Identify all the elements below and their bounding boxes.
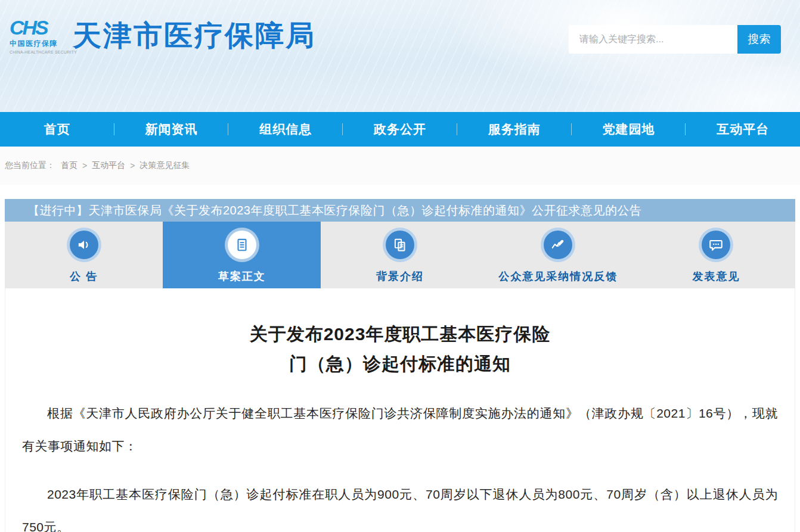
notice-section: 【进行中】天津市医保局《关于发布2023年度职工基本医疗保险门（急）诊起付标准的…: [5, 199, 795, 532]
tab-bar: 公 告 草案正文: [5, 222, 795, 288]
tab-label: 发表意见: [692, 269, 740, 284]
chs-logo: CHS 中国医疗保障 CHINA-HEALTHCARE SECURITY: [10, 17, 69, 54]
breadcrumb: 您当前位置： 首页 > 互动平台 > 决策意见征集: [0, 147, 800, 185]
article-title: 关于发布2023年度职工基本医疗保险 门（急）诊起付标准的通知: [22, 319, 778, 379]
search-input[interactable]: [569, 25, 737, 54]
breadcrumb-current: 决策意见征集: [139, 160, 190, 171]
speaker-icon: [67, 228, 101, 262]
site-title: 天津市医疗保障局: [73, 17, 316, 55]
breadcrumb-interaction[interactable]: 互动平台: [92, 160, 125, 171]
breadcrumb-home[interactable]: 首页: [61, 160, 77, 171]
breadcrumb-prefix: 您当前位置：: [5, 160, 55, 171]
tab-comment[interactable]: 发表意见: [637, 222, 795, 288]
nav-item-party-building[interactable]: 党建园地: [572, 112, 686, 147]
copy-icon: [383, 228, 417, 262]
nav-item-service-guide[interactable]: 服务指南: [457, 112, 572, 147]
article-title-line2: 门（急）诊起付标准的通知: [289, 354, 511, 374]
tab-feedback[interactable]: 公众意见采纳情况反馈: [479, 222, 637, 288]
tab-label: 背景介绍: [376, 269, 424, 284]
tab-label: 公众意见采纳情况反馈: [498, 269, 618, 284]
breadcrumb-separator: >: [82, 161, 87, 170]
nav-item-home[interactable]: 首页: [0, 112, 114, 147]
article-body: 关于发布2023年度职工基本医疗保险 门（急）诊起付标准的通知 根据《天津市人民…: [5, 288, 795, 532]
pen-icon: [541, 228, 575, 262]
tab-background[interactable]: 背景介绍: [321, 222, 479, 288]
article-paragraph: 2023年职工基本医疗保险门（急）诊起付标准在职人员为900元、70周岁以下退休…: [22, 478, 778, 532]
document-icon: [225, 228, 259, 262]
tab-draft-text[interactable]: 草案正文: [163, 222, 321, 288]
chs-letters: CHS: [10, 17, 69, 38]
nav-item-organization[interactable]: 组织信息: [228, 112, 343, 147]
article-title-line1: 关于发布2023年度职工基本医疗保险: [250, 324, 551, 344]
article-paragraph: 根据《天津市人民政府办公厅关于健全职工基本医疗保险门诊共济保障制度实施办法的通知…: [22, 397, 778, 462]
nav-item-news[interactable]: 新闻资讯: [114, 112, 229, 147]
chs-chinese-label: 中国医疗保障: [10, 39, 69, 49]
main-nav: 首页 新闻资讯 组织信息 政务公开 服务指南 党建园地 互动平台: [0, 112, 800, 147]
chs-english-label: CHINA-HEALTHCARE SECURITY: [10, 50, 69, 54]
tab-label: 公 告: [70, 269, 98, 284]
site-header: CHS 中国医疗保障 CHINA-HEALTHCARE SECURITY 天津市…: [0, 0, 800, 112]
notice-banner: 【进行中】天津市医保局《关于发布2023年度职工基本医疗保险门（急）诊起付标准的…: [5, 199, 795, 222]
search-button[interactable]: 搜索: [737, 25, 781, 54]
tab-label: 草案正文: [218, 269, 266, 284]
comment-icon: [699, 228, 733, 262]
nav-item-interaction[interactable]: 互动平台: [686, 112, 800, 147]
site-logo[interactable]: CHS 中国医疗保障 CHINA-HEALTHCARE SECURITY 天津市…: [10, 17, 316, 55]
tab-announcement[interactable]: 公 告: [5, 222, 163, 288]
nav-item-gov-affairs[interactable]: 政务公开: [343, 112, 457, 147]
breadcrumb-separator: >: [130, 161, 135, 170]
search-bar: 搜索: [569, 25, 781, 54]
